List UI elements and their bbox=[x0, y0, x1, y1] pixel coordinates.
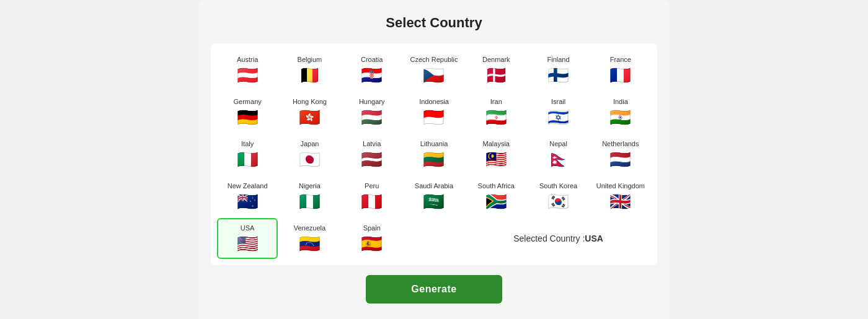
generate-button[interactable]: Generate bbox=[366, 275, 502, 304]
country-flag: 🇮🇹 bbox=[237, 151, 259, 168]
country-name: Italy bbox=[241, 140, 254, 147]
country-name: Israil bbox=[551, 98, 565, 105]
country-name: Denmark bbox=[482, 56, 510, 63]
country-name: Peru bbox=[365, 182, 379, 190]
country-name: Nepal bbox=[549, 140, 567, 147]
country-name: Japan bbox=[300, 140, 319, 147]
country-name: Hungary bbox=[359, 98, 385, 105]
country-name: Malaysia bbox=[483, 140, 510, 147]
country-name: India bbox=[613, 98, 628, 105]
country-flag: 🇺🇸 bbox=[237, 235, 259, 253]
country-flag: 🇯🇵 bbox=[299, 151, 321, 168]
country-flag: 🇫🇮 bbox=[547, 67, 569, 84]
country-flag: 🇵🇪 bbox=[361, 193, 383, 211]
country-name: New Zealand bbox=[228, 182, 268, 190]
country-flag: 🇱🇻 bbox=[361, 151, 383, 168]
country-flag: 🇱🇹 bbox=[423, 151, 445, 168]
country-cell-it[interactable]: Italy🇮🇹 bbox=[217, 134, 278, 175]
country-name: Venezuela bbox=[294, 224, 326, 232]
country-cell-jp[interactable]: Japan🇯🇵 bbox=[279, 134, 340, 175]
country-flag: 🇮🇷 bbox=[485, 109, 507, 126]
country-cell-za[interactable]: South Africa🇿🇦 bbox=[466, 176, 526, 217]
country-name: Lithuania bbox=[420, 140, 448, 147]
country-flag: 🇮🇱 bbox=[547, 109, 569, 126]
country-cell-lt[interactable]: Lithuania🇱🇹 bbox=[404, 134, 464, 175]
country-cell-hk[interactable]: Hong Kong🇭🇰 bbox=[279, 92, 340, 133]
country-name: Saudi Arabia bbox=[415, 182, 453, 190]
country-cell-hu[interactable]: Hungary🇭🇺 bbox=[342, 92, 402, 133]
country-flag: 🇨🇿 bbox=[423, 67, 445, 84]
country-name: Netherlands bbox=[602, 140, 639, 147]
country-name: Austria bbox=[237, 56, 258, 63]
selected-label: Selected Country : bbox=[513, 234, 585, 243]
country-flag: 🇳🇬 bbox=[299, 193, 321, 211]
country-flag: 🇮🇩 bbox=[423, 109, 445, 126]
country-flag: 🇦🇹 bbox=[237, 67, 259, 84]
country-name: Nigeria bbox=[299, 182, 321, 190]
selected-value: USA bbox=[585, 234, 603, 243]
country-cell-id[interactable]: Indonesia🇮🇩 bbox=[404, 92, 464, 133]
country-cell-kr[interactable]: South Korea🇰🇷 bbox=[528, 176, 588, 217]
country-flag: 🇭🇰 bbox=[299, 109, 321, 126]
country-cell-fi[interactable]: Finland🇫🇮 bbox=[528, 50, 588, 90]
country-name: Spain bbox=[363, 224, 381, 232]
country-cell-in[interactable]: India🇮🇳 bbox=[590, 92, 651, 133]
country-cell-il[interactable]: Israil🇮🇱 bbox=[528, 92, 588, 133]
country-flag: 🇲🇾 bbox=[485, 151, 507, 168]
country-flag: 🇰🇷 bbox=[547, 193, 569, 211]
country-flag: 🇮🇳 bbox=[609, 109, 631, 126]
country-flag: 🇫🇷 bbox=[609, 67, 631, 84]
country-cell-fr[interactable]: France🇫🇷 bbox=[590, 50, 651, 90]
country-name: Indonesia bbox=[419, 98, 449, 105]
country-cell-ir[interactable]: Iran🇮🇷 bbox=[466, 92, 526, 133]
country-name: Germany bbox=[234, 98, 262, 105]
country-flag: 🇪🇸 bbox=[361, 235, 383, 253]
country-flag: 🇭🇺 bbox=[361, 109, 383, 126]
country-cell-np[interactable]: Nepal🇳🇵 bbox=[528, 134, 588, 175]
country-cell-at[interactable]: Austria🇦🇹 bbox=[217, 50, 278, 90]
country-grid: Austria🇦🇹Belgium🇧🇪Croatia🇭🇷Czech Republi… bbox=[211, 43, 657, 265]
country-cell-nz[interactable]: New Zealand🇳🇿 bbox=[217, 176, 278, 217]
country-flag: 🇳🇱 bbox=[609, 151, 631, 168]
empty-cell bbox=[404, 218, 464, 259]
country-flag: 🇸🇦 bbox=[423, 193, 445, 211]
page-title: Select Country bbox=[211, 15, 657, 31]
country-cell-lv[interactable]: Latvia🇱🇻 bbox=[342, 134, 402, 175]
country-name: South Africa bbox=[478, 182, 515, 190]
country-cell-hr[interactable]: Croatia🇭🇷 bbox=[342, 50, 402, 90]
main-container: Select Country Austria🇦🇹Belgium🇧🇪Croatia… bbox=[198, 0, 670, 319]
country-flag: 🇩🇰 bbox=[485, 67, 507, 84]
country-flag: 🇻🇪 bbox=[299, 235, 321, 253]
country-name: Croatia bbox=[361, 56, 383, 63]
country-cell-us[interactable]: USA🇺🇸 bbox=[217, 218, 278, 259]
country-cell-be[interactable]: Belgium🇧🇪 bbox=[279, 50, 340, 90]
country-flag: 🇩🇪 bbox=[237, 109, 259, 126]
country-flag: 🇭🇷 bbox=[361, 67, 383, 84]
country-name: South Korea bbox=[539, 182, 577, 190]
country-name: Hong Kong bbox=[293, 98, 327, 105]
country-name: Belgium bbox=[298, 56, 322, 63]
country-cell-my[interactable]: Malaysia🇲🇾 bbox=[466, 134, 526, 175]
country-flag: 🇬🇧 bbox=[609, 193, 631, 211]
country-cell-ve[interactable]: Venezuela🇻🇪 bbox=[279, 218, 340, 259]
country-cell-nl[interactable]: Netherlands🇳🇱 bbox=[590, 134, 651, 175]
country-name: USA bbox=[241, 224, 255, 232]
country-cell-dk[interactable]: Denmark🇩🇰 bbox=[466, 50, 526, 90]
country-flag: 🇧🇪 bbox=[299, 67, 321, 84]
country-cell-es[interactable]: Spain🇪🇸 bbox=[342, 218, 402, 259]
country-name: United Kingdom bbox=[596, 182, 645, 190]
country-flag: 🇳🇿 bbox=[237, 193, 259, 211]
country-name: Latvia bbox=[363, 140, 381, 147]
country-name: Czech Republic bbox=[410, 56, 458, 63]
selected-country-info: Selected Country : USA bbox=[466, 218, 651, 259]
country-cell-gb[interactable]: United Kingdom🇬🇧 bbox=[590, 176, 651, 217]
country-cell-pe[interactable]: Peru🇵🇪 bbox=[342, 176, 402, 217]
country-flag: 🇿🇦 bbox=[485, 193, 507, 211]
country-cell-sa[interactable]: Saudi Arabia🇸🇦 bbox=[404, 176, 464, 217]
country-flag: 🇳🇵 bbox=[547, 151, 569, 168]
country-name: France bbox=[610, 56, 631, 63]
country-cell-ng[interactable]: Nigeria🇳🇬 bbox=[279, 176, 340, 217]
country-cell-cz[interactable]: Czech Republic🇨🇿 bbox=[404, 50, 464, 90]
country-cell-de[interactable]: Germany🇩🇪 bbox=[217, 92, 278, 133]
country-name: Iran bbox=[490, 98, 502, 105]
